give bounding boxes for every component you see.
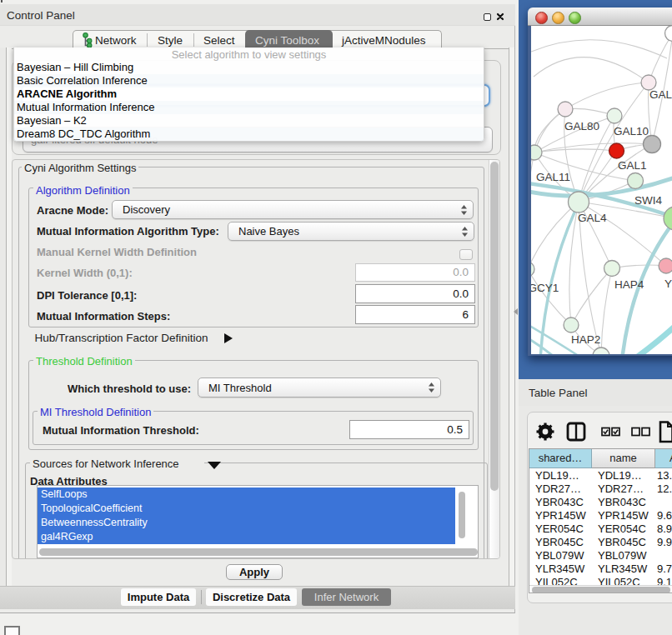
svg-text:YD: YD <box>664 278 672 290</box>
svg-text:GAL11: GAL11 <box>536 171 570 183</box>
svg-text:GAL1: GAL1 <box>618 159 647 172</box>
svg-text:GAL4: GAL4 <box>578 212 607 224</box>
svg-text:GCY1: GCY1 <box>531 282 559 294</box>
svg-text:SWI4: SWI4 <box>634 194 662 207</box>
svg-text:HAP4: HAP4 <box>614 278 644 291</box>
svg-text:GAL10: GAL10 <box>614 125 649 138</box>
svg-text:GAL2: GAL2 <box>649 88 672 101</box>
svg-text:GAL80: GAL80 <box>564 120 599 132</box>
svg-text:HAP2: HAP2 <box>571 333 600 346</box>
